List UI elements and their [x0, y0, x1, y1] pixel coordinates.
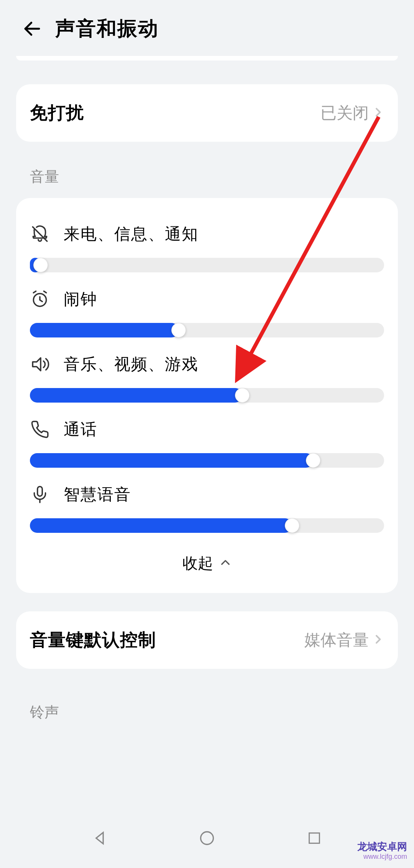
slider-media[interactable]: [30, 388, 384, 403]
volume-item-alarm: 闹钟: [30, 277, 384, 342]
volume-key-value: 媒体音量: [304, 629, 369, 651]
slider-thumb[interactable]: [306, 453, 320, 468]
chevron-right-icon: [372, 106, 384, 120]
volume-section-label: 音量: [16, 142, 398, 198]
bell-off-icon: [30, 224, 50, 244]
slider-ring[interactable]: [30, 258, 384, 272]
volume-key-label: 音量键默认控制: [30, 628, 156, 652]
phone-icon: [30, 419, 50, 439]
nav-recent-icon[interactable]: [301, 825, 328, 852]
watermark: 龙城安卓网 www.lcjfg.com: [357, 841, 407, 861]
nav-home-icon[interactable]: [194, 825, 220, 852]
volume-item-media: 音乐、视频、游戏: [30, 342, 384, 407]
volume-key-card: 音量键默认控制 媒体音量: [16, 611, 398, 669]
watermark-line2: www.lcjfg.com: [357, 853, 407, 861]
collapse-row[interactable]: 收起: [30, 537, 384, 579]
volume-label-voice: 智慧语音: [64, 484, 131, 505]
svg-line-5: [33, 291, 36, 293]
volume-key-value-wrap: 媒体音量: [304, 629, 384, 651]
slider-voice[interactable]: [30, 518, 384, 533]
chevron-up-icon: [219, 557, 232, 570]
svg-marker-7: [33, 358, 41, 370]
volume-label-alarm: 闹钟: [64, 288, 97, 310]
volume-item-call: 通话: [30, 407, 384, 472]
volume-item-ring: 来电、信息、通知: [30, 212, 384, 277]
nav-back-icon[interactable]: [86, 825, 113, 852]
navbar: [0, 811, 414, 868]
page-header: 声音和振动: [0, 0, 414, 56]
speaker-icon: [30, 354, 50, 374]
slider-thumb[interactable]: [285, 518, 299, 533]
volume-label-media: 音乐、视频、游戏: [64, 354, 199, 375]
ringtone-section-label: 铃声: [16, 669, 398, 734]
volume-card: 来电、信息、通知 闹钟: [16, 198, 398, 593]
svg-rect-14: [309, 833, 320, 843]
slider-thumb[interactable]: [235, 388, 250, 403]
chevron-right-icon: [372, 633, 384, 647]
dnd-value-wrap: 已关闭: [320, 102, 384, 124]
volume-key-row[interactable]: 音量键默认控制 媒体音量: [16, 611, 398, 669]
dnd-card: 免打扰 已关闭: [16, 84, 398, 142]
volume-item-voice: 智慧语音: [30, 472, 384, 537]
svg-point-13: [201, 832, 214, 845]
dnd-label: 免打扰: [30, 101, 84, 125]
slider-thumb[interactable]: [33, 258, 48, 272]
svg-line-6: [44, 291, 46, 293]
slider-thumb[interactable]: [171, 323, 186, 337]
slider-call[interactable]: [30, 453, 384, 468]
volume-label-ring: 来电、信息、通知: [64, 223, 199, 245]
collapse-label: 收起: [182, 553, 213, 574]
page-title: 声音和振动: [55, 15, 159, 42]
dnd-row[interactable]: 免打扰 已关闭: [16, 84, 398, 142]
svg-marker-12: [96, 832, 103, 843]
back-icon[interactable]: [21, 18, 43, 39]
watermark-line1: 龙城安卓网: [357, 841, 407, 853]
dnd-value: 已关闭: [320, 102, 369, 124]
svg-rect-8: [38, 486, 43, 496]
volume-label-call: 通话: [64, 419, 97, 440]
svg-line-4: [40, 300, 42, 301]
mic-icon: [30, 485, 50, 504]
alarm-icon: [30, 289, 50, 309]
card-peek: [16, 56, 398, 61]
slider-alarm[interactable]: [30, 323, 384, 337]
